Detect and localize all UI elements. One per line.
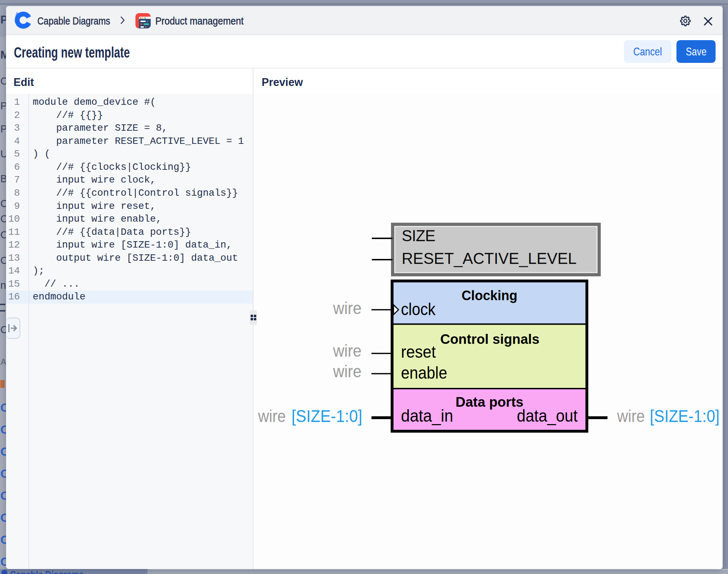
- svg-text:data_in: data_in: [401, 406, 453, 425]
- svg-text:wire: wire: [258, 407, 286, 426]
- svg-text:reset: reset: [401, 342, 436, 361]
- svg-text:wire: wire: [617, 407, 645, 426]
- svg-text:[SIZE-1:0]: [SIZE-1:0]: [291, 407, 362, 426]
- svg-text:clock: clock: [401, 300, 436, 319]
- svg-text:Control signals: Control signals: [440, 331, 540, 347]
- svg-text:enable: enable: [401, 363, 447, 382]
- svg-text:wire: wire: [333, 341, 362, 360]
- svg-text:Clocking: Clocking: [462, 288, 518, 303]
- svg-text:SIZE: SIZE: [402, 227, 435, 244]
- svg-text:wire: wire: [333, 362, 362, 381]
- svg-text:data_out: data_out: [517, 406, 578, 425]
- svg-text:RESET_ACTIVE_LEVEL: RESET_ACTIVE_LEVEL: [402, 250, 577, 267]
- svg-text:wire: wire: [333, 299, 362, 318]
- svg-text:[SIZE-1:0]: [SIZE-1:0]: [650, 407, 719, 426]
- svg-text:Data ports: Data ports: [456, 394, 524, 410]
